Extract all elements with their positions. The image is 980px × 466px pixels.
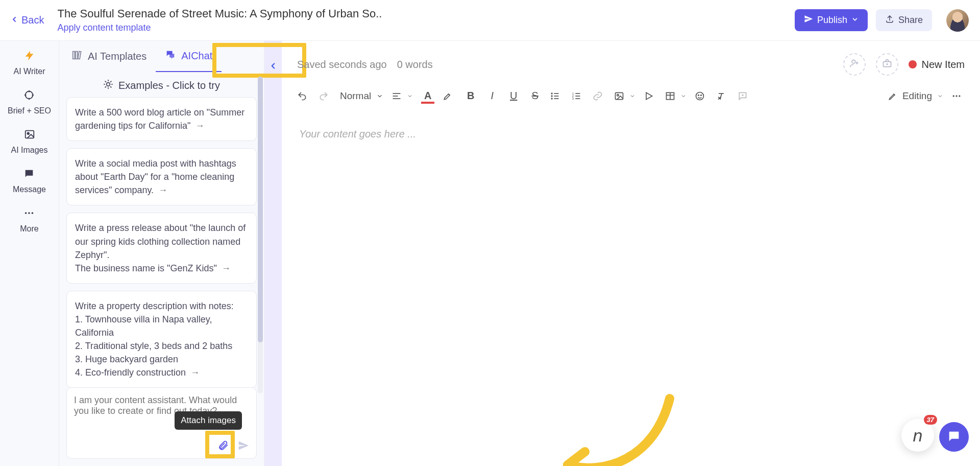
user-avatar[interactable] bbox=[946, 9, 969, 32]
svg-point-1 bbox=[26, 91, 33, 99]
editor-toolbar: Normal A B I U S 123 bbox=[297, 76, 965, 106]
font-color-button[interactable]: A bbox=[421, 90, 434, 102]
sun-icon bbox=[103, 79, 113, 92]
example-text: Write a property description with notes:… bbox=[75, 301, 234, 378]
top-bar: Back The Soulful Serenade of Street Musi… bbox=[0, 0, 980, 41]
svg-point-10 bbox=[32, 212, 34, 214]
sidebar-item-label: Message bbox=[13, 185, 46, 194]
intercom-widget[interactable] bbox=[939, 422, 969, 452]
back-button[interactable]: Back bbox=[10, 14, 44, 26]
arrow-right-icon: → bbox=[195, 121, 205, 131]
new-item-indicator[interactable]: New Item bbox=[909, 59, 965, 71]
share-button[interactable]: Share bbox=[876, 9, 932, 31]
more-toolbar-button[interactable] bbox=[951, 91, 965, 101]
chevron-left-icon bbox=[268, 61, 278, 73]
svg-rect-13 bbox=[78, 51, 81, 59]
image-icon bbox=[24, 129, 35, 143]
emoji-button[interactable] bbox=[695, 91, 708, 101]
example-card[interactable]: Write a property description with notes:… bbox=[66, 291, 257, 387]
help-widget[interactable]: n 37 bbox=[901, 419, 934, 452]
attach-button[interactable] bbox=[215, 439, 231, 454]
sidebar-item-ai-writer[interactable]: AI Writer bbox=[14, 50, 45, 76]
publish-label: Publish bbox=[817, 15, 847, 26]
paperclip-icon bbox=[217, 440, 229, 454]
editing-mode-select[interactable]: Editing bbox=[888, 90, 943, 102]
chevron-down-icon bbox=[680, 93, 687, 99]
svg-point-33 bbox=[552, 96, 553, 97]
new-item-label: New Item bbox=[922, 59, 965, 71]
apply-template-link[interactable]: Apply content template bbox=[57, 22, 382, 33]
image-icon bbox=[614, 91, 624, 101]
svg-point-51 bbox=[698, 95, 699, 96]
table-insert-select[interactable] bbox=[665, 91, 687, 101]
comment-button[interactable] bbox=[738, 91, 751, 101]
briefcase-plus-icon bbox=[882, 58, 892, 71]
tab-ai-templates[interactable]: AI Templates bbox=[62, 41, 156, 72]
example-cards: Write a 500 word blog article on "Summer… bbox=[59, 97, 264, 387]
example-card[interactable]: Write a social media post with hashtags … bbox=[66, 148, 257, 205]
strike-button[interactable]: S bbox=[528, 90, 542, 102]
svg-line-20 bbox=[111, 87, 111, 87]
highlight-button[interactable] bbox=[443, 91, 456, 101]
collapse-panel-button[interactable] bbox=[264, 41, 282, 466]
svg-point-14 bbox=[107, 83, 110, 86]
scrollbar-thumb[interactable] bbox=[258, 77, 263, 342]
link-button[interactable] bbox=[593, 91, 606, 101]
publish-button[interactable]: Publish bbox=[795, 9, 868, 31]
example-card[interactable]: Write a 500 word blog article on "Summer… bbox=[66, 97, 257, 141]
chevron-left-icon bbox=[10, 14, 18, 26]
user-plus-icon bbox=[849, 58, 860, 71]
library-icon bbox=[71, 50, 83, 63]
back-label: Back bbox=[21, 14, 44, 26]
video-button[interactable] bbox=[644, 91, 657, 101]
svg-point-45 bbox=[617, 94, 619, 96]
send-icon bbox=[238, 440, 249, 454]
paragraph-style-label: Normal bbox=[340, 90, 371, 102]
redo-button[interactable] bbox=[318, 91, 332, 101]
sidebar-item-brief-seo[interactable]: Brief + SEO bbox=[8, 89, 51, 115]
chat-input-box: Attach images bbox=[66, 387, 257, 459]
color-swatch bbox=[421, 102, 434, 104]
page-title: The Soulful Serenade of Street Music: A … bbox=[57, 7, 382, 20]
tab-label: AI Templates bbox=[88, 51, 146, 62]
panel-scrollbar[interactable] bbox=[258, 77, 263, 393]
title-wrap: The Soulful Serenade of Street Music: A … bbox=[57, 7, 382, 33]
svg-line-21 bbox=[105, 87, 106, 87]
send-button[interactable] bbox=[236, 439, 251, 454]
align-select[interactable] bbox=[391, 91, 413, 101]
bolt-icon bbox=[24, 50, 35, 64]
svg-rect-44 bbox=[616, 92, 623, 99]
undo-button[interactable] bbox=[297, 91, 310, 101]
bold-button[interactable]: B bbox=[464, 90, 477, 102]
svg-line-19 bbox=[105, 81, 106, 82]
add-collaborator-button[interactable] bbox=[843, 53, 866, 76]
example-card[interactable]: Write a press release about "the launch … bbox=[66, 213, 257, 283]
saved-status: Saved seconds ago bbox=[297, 59, 387, 71]
svg-point-58 bbox=[955, 95, 957, 97]
image-insert-select[interactable] bbox=[614, 91, 635, 101]
sidebar-item-more[interactable]: More bbox=[20, 207, 38, 234]
svg-text:3: 3 bbox=[572, 97, 574, 100]
bullet-list-button[interactable] bbox=[550, 91, 563, 101]
svg-point-23 bbox=[852, 60, 855, 63]
share-label: Share bbox=[898, 15, 923, 26]
arrow-right-icon: → bbox=[190, 367, 200, 378]
svg-point-7 bbox=[27, 132, 29, 134]
attach-tooltip: Attach images bbox=[175, 411, 242, 430]
italic-button[interactable]: I bbox=[485, 90, 499, 102]
underline-button[interactable]: U bbox=[507, 90, 520, 102]
clear-format-button[interactable] bbox=[716, 91, 729, 101]
editor-placeholder[interactable]: Your content goes here ... bbox=[297, 106, 965, 162]
add-asset-button[interactable] bbox=[876, 53, 898, 76]
tab-aichat[interactable]: AIChat bbox=[156, 41, 222, 72]
align-left-icon bbox=[391, 91, 402, 101]
examples-header-text: Examples - Click to try bbox=[118, 80, 220, 91]
chevron-down-icon bbox=[851, 15, 859, 26]
ai-panel-tabs: AI Templates AIChat bbox=[59, 41, 264, 72]
paragraph-style-select[interactable]: Normal bbox=[340, 90, 383, 102]
ordered-list-button[interactable]: 123 bbox=[571, 91, 584, 101]
sidebar-item-ai-images[interactable]: AI Images bbox=[11, 129, 47, 155]
chevron-down-icon bbox=[937, 93, 943, 99]
editor-top-row: Saved seconds ago 0 words New Item bbox=[297, 53, 965, 76]
sidebar-item-message[interactable]: Message bbox=[13, 168, 46, 194]
